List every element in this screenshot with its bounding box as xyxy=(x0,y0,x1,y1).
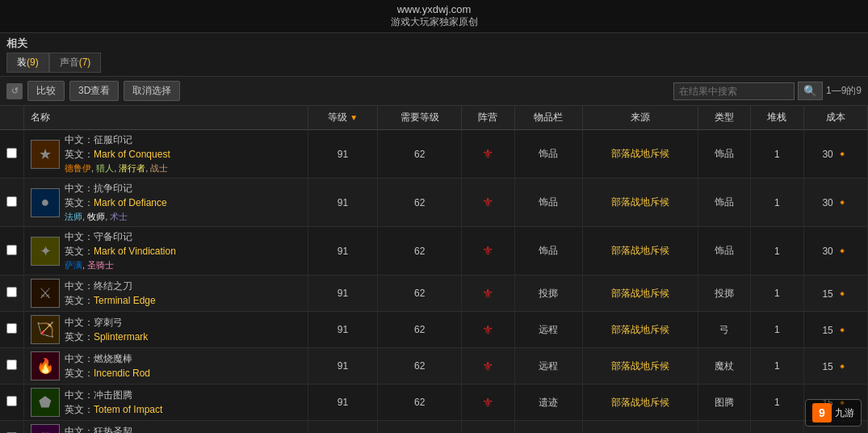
row-name-cell: ✦中文：守备印记英文：Mark of Vindication萨满, 圣骑士 xyxy=(24,227,308,275)
row-slot: 饰品 xyxy=(514,179,583,227)
tab-zhuang[interactable]: 装(9) xyxy=(6,53,49,73)
col-level[interactable]: 等级 ▼ xyxy=(308,106,378,130)
compare-button[interactable]: 比较 xyxy=(27,81,65,101)
class-link[interactable]: 法师 xyxy=(65,212,82,221)
source-link[interactable]: 部落战地斥候 xyxy=(611,196,669,208)
row-type: 魔杖 xyxy=(698,348,751,385)
row-req-level: 62 xyxy=(378,348,462,385)
table-row: ⚔中文：终结之刀英文：Terminal Edge9162⚜投掷部落战地斥候投掷1… xyxy=(0,275,868,312)
currency-icon: 🔸 xyxy=(836,360,849,372)
source-link[interactable]: 部落战地斥候 xyxy=(611,324,669,335)
row-checkbox[interactable] xyxy=(6,359,17,370)
source-link[interactable]: 部落战地斥候 xyxy=(611,397,669,408)
row-type: 圣契 xyxy=(698,421,751,434)
table-container: 名称 等级 ▼ 需要等级 阵营 物品栏 来源 类型 堆栈 成本 ★中文：征服印记… xyxy=(0,106,868,433)
item-en-link[interactable]: Splintermark xyxy=(94,331,148,343)
row-stack: 1 xyxy=(751,275,804,312)
row-level: 91 xyxy=(308,130,378,179)
row-camp: ⚜ xyxy=(462,385,515,421)
row-slot: 遗迹 xyxy=(514,385,583,421)
currency-icon: 🔸 xyxy=(836,288,849,300)
col-stack: 堆栈 xyxy=(751,106,804,130)
row-type: 饰品 xyxy=(698,179,751,227)
item-en-link[interactable]: Mark of Vindication xyxy=(94,246,176,257)
row-name-cell: ⬟中文：冲击图腾英文：Totem of Impact xyxy=(24,385,308,421)
tab-shengyin-label: 声音 xyxy=(60,57,79,68)
toolbar-icon: ↺ xyxy=(6,83,23,99)
search-input[interactable] xyxy=(673,82,795,100)
source-link[interactable]: 部落战地斥候 xyxy=(611,360,669,372)
class-link[interactable]: 圣骑士 xyxy=(87,260,114,270)
class-link[interactable]: 萨满 xyxy=(65,260,82,270)
row-camp: ⚜ xyxy=(462,179,515,227)
row-source: 部落战地斥候 xyxy=(583,421,698,434)
row-type: 弓 xyxy=(698,312,751,348)
row-cost: 30 🔸 xyxy=(803,179,867,227)
row-level: 91 xyxy=(308,179,378,227)
tab-shengyin[interactable]: 声音(7) xyxy=(49,53,102,73)
view3d-button[interactable]: 3D查看 xyxy=(69,81,119,101)
row-slot: 遗迹 xyxy=(514,421,583,434)
row-type: 饰品 xyxy=(698,227,751,275)
item-en-link[interactable]: Mark of Defiance xyxy=(94,197,167,208)
class-link[interactable]: 战士 xyxy=(150,163,168,173)
row-checkbox[interactable] xyxy=(6,323,17,334)
row-checkbox[interactable] xyxy=(6,196,17,207)
currency-icon: 🔸 xyxy=(836,324,849,336)
row-camp: ⚜ xyxy=(462,275,515,312)
search-area: 🔍 1—9的9 xyxy=(673,82,862,100)
footer-logo: 9 九游 xyxy=(805,399,862,427)
class-link[interactable]: 猎人 xyxy=(96,163,114,173)
row-checkbox[interactable] xyxy=(6,148,17,158)
class-link[interactable]: 潜行者 xyxy=(119,163,145,173)
item-en-link[interactable]: Totem of Impact xyxy=(94,404,162,415)
item-en-link[interactable]: Terminal Edge xyxy=(94,295,156,306)
item-icon: ✦ xyxy=(31,237,60,266)
source-link[interactable]: 部落战地斥候 xyxy=(611,288,669,299)
row-stack: 1 xyxy=(751,179,804,227)
row-name-cell: ★中文：征服印记英文：Mark of Conquest德鲁伊, 猎人, 潜行者,… xyxy=(24,130,308,179)
row-source: 部落战地斥候 xyxy=(583,385,698,421)
row-level: 91 xyxy=(308,312,378,348)
sort-arrow: ▼ xyxy=(350,113,358,122)
horde-icon: ⚜ xyxy=(482,359,493,373)
row-req-level: 62 xyxy=(378,130,462,179)
row-cost: 30 🔸 xyxy=(803,227,867,275)
row-cost: 30 🔸 xyxy=(803,130,867,179)
table-row: ●中文：抗争印记英文：Mark of Defiance法师, 牧师, 术士916… xyxy=(0,179,868,227)
row-level: 91 xyxy=(308,348,378,385)
table-header-row: 名称 等级 ▼ 需要等级 阵营 物品栏 来源 类型 堆栈 成本 xyxy=(0,106,868,130)
row-slot: 投掷 xyxy=(514,275,583,312)
row-source: 部落战地斥候 xyxy=(583,275,698,312)
class-link[interactable]: 牧师 xyxy=(87,212,105,221)
col-req-level: 需要等级 xyxy=(378,106,462,130)
footer-logo-text: 九游 xyxy=(835,406,854,420)
row-checkbox-cell xyxy=(0,275,24,312)
row-source: 部落战地斥候 xyxy=(583,179,698,227)
source-link[interactable]: 部落战地斥候 xyxy=(611,245,669,256)
watermark-bar: www.yxdwj.com 游戏大玩家独家原创 xyxy=(0,0,868,33)
horde-icon: ⚜ xyxy=(482,147,493,161)
col-camp: 阵营 xyxy=(462,106,515,130)
row-type: 图腾 xyxy=(698,385,751,421)
row-checkbox[interactable] xyxy=(6,287,17,297)
source-link[interactable]: 部落战地斥候 xyxy=(611,148,669,159)
horde-icon: ⚜ xyxy=(482,244,493,258)
row-stack: 1 xyxy=(751,421,804,434)
item-en-link[interactable]: Incendic Rod xyxy=(94,368,150,379)
search-icon-btn[interactable]: 🔍 xyxy=(798,82,823,100)
item-en-link[interactable]: Mark of Conquest xyxy=(94,149,170,160)
row-camp: ⚜ xyxy=(462,312,515,348)
row-name-cell: ⚔中文：终结之刀英文：Terminal Edge xyxy=(24,275,308,312)
items-table: 名称 等级 ▼ 需要等级 阵营 物品栏 来源 类型 堆栈 成本 ★中文：征服印记… xyxy=(0,106,868,433)
row-checkbox[interactable] xyxy=(6,245,17,255)
col-name: 名称 xyxy=(24,106,308,130)
row-checkbox[interactable] xyxy=(6,396,17,406)
class-link[interactable]: 术士 xyxy=(110,212,128,221)
class-link[interactable]: 德鲁伊 xyxy=(65,163,91,173)
item-icon: 🔥 xyxy=(31,351,60,380)
site-url: www.yxdwj.com xyxy=(0,3,868,15)
row-source: 部落战地斥候 xyxy=(583,348,698,385)
row-stack: 1 xyxy=(751,385,804,421)
cancel-select-button[interactable]: 取消选择 xyxy=(124,81,180,101)
